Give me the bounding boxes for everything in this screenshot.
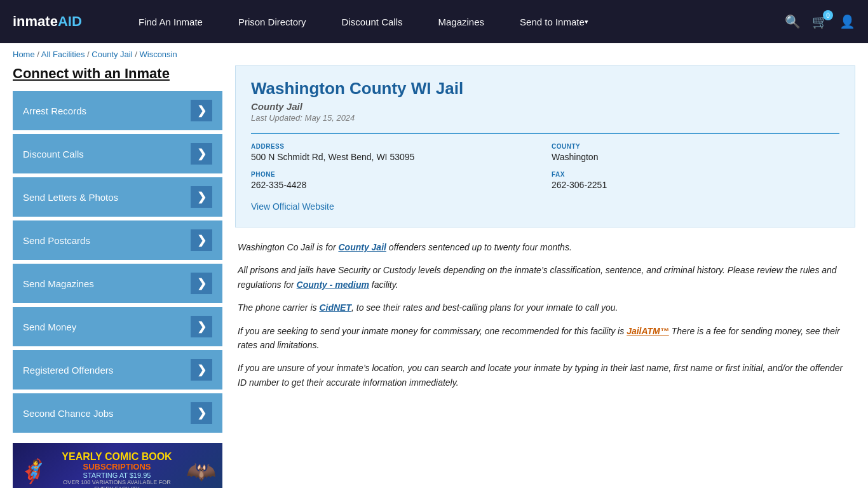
- facility-description: Washington Co Jail is for County Jail of…: [235, 240, 855, 390]
- arrow-icon: ❯: [191, 316, 212, 337]
- user-icon[interactable]: 👤: [839, 14, 855, 29]
- arrow-icon: ❯: [191, 359, 212, 381]
- county-label: COUNTY: [552, 143, 839, 150]
- nav-find-inmate[interactable]: Find An Inmate: [121, 0, 220, 43]
- fax-block: FAX 262-306-2251: [552, 171, 839, 190]
- address-block: ADDRESS 500 N Schmidt Rd, West Bend, WI …: [251, 143, 539, 162]
- sidebar-btn-send-magazines[interactable]: Send Magazines ❯: [13, 264, 222, 303]
- fax-label: FAX: [552, 171, 839, 178]
- ad-small: OVER 100 VARIATIONS AVAILABLE FOR EVERY …: [54, 479, 180, 488]
- sidebar-btn-registered-offenders[interactable]: Registered Offenders ❯: [13, 350, 222, 390]
- county-value: Washington: [552, 152, 839, 162]
- sidebar-advertisement[interactable]: 🦸 YEARLY COMIC BOOK SUBSCRIPTIONS STARTI…: [13, 443, 222, 488]
- phone-block: PHONE 262-335-4428: [251, 171, 539, 190]
- breadcrumb: Home / All Facilities / County Jail / Wi…: [0, 43, 868, 65]
- arrow-icon: ❯: [191, 143, 212, 165]
- header-icons: 🔍 🛒 0 👤: [785, 14, 855, 29]
- sidebar-btn-send-postcards[interactable]: Send Postcards ❯: [13, 220, 222, 260]
- address-value: 500 N Schmidt Rd, West Bend, WI 53095: [251, 152, 539, 162]
- site-logo[interactable]: inmateAID: [13, 13, 102, 30]
- facility-type: County Jail: [251, 101, 839, 112]
- arrow-icon: ❯: [191, 100, 212, 121]
- cidnet-link[interactable]: CidNET: [319, 302, 351, 313]
- arrow-icon: ❯: [191, 229, 212, 251]
- facility-last-updated: Last Updated: May 15, 2024: [251, 113, 839, 123]
- phone-label: PHONE: [251, 171, 539, 178]
- county-jail-link[interactable]: County Jail: [338, 242, 386, 252]
- sidebar-btn-send-money[interactable]: Send Money ❯: [13, 307, 222, 346]
- website-block: View Official Website: [251, 201, 839, 212]
- nav-prison-directory[interactable]: Prison Directory: [220, 0, 324, 43]
- cart-icon[interactable]: 🛒 0: [812, 14, 828, 29]
- sidebar-btn-arrest-records[interactable]: Arrest Records ❯: [13, 91, 222, 130]
- ad-subtitle: SUBSCRIPTIONS: [54, 462, 180, 471]
- facility-card: Washington County WI Jail County Jail La…: [235, 65, 855, 227]
- facility-info-grid: ADDRESS 500 N Schmidt Rd, West Bend, WI …: [251, 133, 839, 212]
- facility-name: Washington County WI Jail: [251, 79, 839, 98]
- county-medium-link[interactable]: County - medium: [297, 280, 369, 290]
- sidebar: Connect with an Inmate Arrest Records ❯ …: [13, 65, 222, 488]
- sidebar-title: Connect with an Inmate: [13, 65, 222, 82]
- main-nav: Find An Inmate Prison Directory Discount…: [121, 0, 766, 43]
- arrow-icon: ❯: [191, 273, 212, 294]
- logo-accent: AID: [58, 13, 82, 29]
- sidebar-btn-discount-calls[interactable]: Discount Calls ❯: [13, 134, 222, 173]
- logo-text: inmateAID: [13, 13, 82, 30]
- official-website-link[interactable]: View Official Website: [251, 201, 334, 212]
- phone-value: 262-335-4428: [251, 180, 539, 190]
- main-content: Washington County WI Jail County Jail La…: [235, 65, 855, 488]
- arrow-icon: ❯: [191, 402, 212, 424]
- ad-title: YEARLY COMIC BOOK: [54, 451, 180, 463]
- site-header: inmateAID Find An Inmate Prison Director…: [0, 0, 868, 43]
- main-layout: Connect with an Inmate Arrest Records ❯ …: [0, 65, 868, 488]
- breadcrumb-county-jail[interactable]: County Jail: [92, 50, 132, 59]
- desc-para5: If you are unsure of your inmate’s locat…: [238, 361, 853, 390]
- sidebar-btn-second-chance-jobs[interactable]: Second Chance Jobs ❯: [13, 393, 222, 433]
- county-block: COUNTY Washington: [552, 143, 839, 162]
- search-icon[interactable]: 🔍: [785, 14, 801, 29]
- nav-magazines[interactable]: Magazines: [420, 0, 502, 43]
- breadcrumb-all-facilities[interactable]: All Facilities: [41, 50, 85, 59]
- desc-para3: The phone carrier is CidNET, to see thei…: [238, 301, 853, 315]
- breadcrumb-wisconsin[interactable]: Wisconsin: [139, 50, 177, 59]
- desc-para1: Washington Co Jail is for County Jail of…: [238, 240, 853, 254]
- nav-discount-calls[interactable]: Discount Calls: [324, 0, 421, 43]
- ad-price: STARTING AT $19.95: [54, 471, 180, 479]
- breadcrumb-home[interactable]: Home: [13, 50, 35, 59]
- address-label: ADDRESS: [251, 143, 539, 150]
- nav-send-to-inmate[interactable]: Send to Inmate: [502, 0, 606, 43]
- desc-para4: If you are seeking to send your inmate m…: [238, 324, 853, 353]
- cart-badge: 0: [823, 10, 833, 20]
- arrow-icon: ❯: [191, 186, 212, 208]
- desc-para2: All prisons and jails have Security or C…: [238, 263, 853, 292]
- sidebar-btn-send-letters[interactable]: Send Letters & Photos ❯: [13, 177, 222, 217]
- fax-value: 262-306-2251: [552, 180, 839, 190]
- jailatm-link[interactable]: JailATM™: [627, 326, 669, 336]
